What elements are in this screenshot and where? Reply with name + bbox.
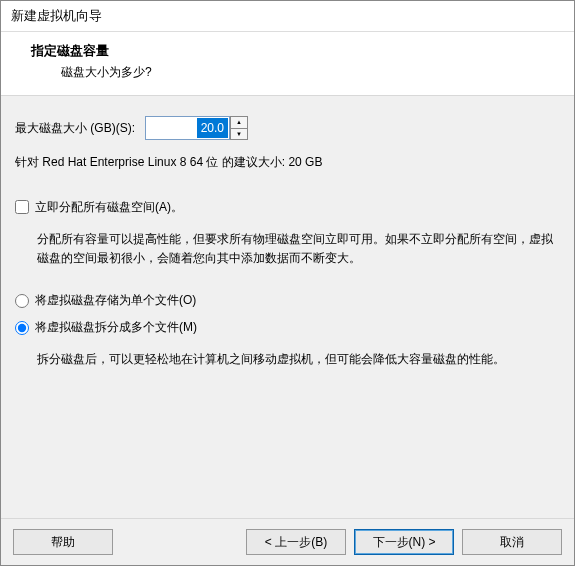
spinner-buttons: ▲ ▼: [230, 116, 248, 140]
split-file-label[interactable]: 将虚拟磁盘拆分成多个文件(M): [35, 319, 197, 336]
wizard-dialog: 新建虚拟机向导 指定磁盘容量 磁盘大小为多少? 最大磁盘大小 (GB)(S): …: [0, 0, 575, 566]
disk-size-spinner[interactable]: 20.0 ▲ ▼: [145, 116, 248, 140]
dialog-footer: 帮助 < 上一步(B) 下一步(N) > 取消: [1, 518, 574, 565]
spinner-down-button[interactable]: ▼: [230, 128, 248, 141]
dialog-content: 最大磁盘大小 (GB)(S): 20.0 ▲ ▼ 针对 Red Hat Ente…: [1, 96, 574, 518]
allocate-all-row: 立即分配所有磁盘空间(A)。: [15, 199, 560, 216]
recommended-size-text: 针对 Red Hat Enterprise Linux 8 64 位 的建议大小…: [15, 154, 560, 171]
allocate-all-description: 分配所有容量可以提高性能，但要求所有物理磁盘空间立即可用。如果不立即分配所有空间…: [37, 230, 560, 268]
disk-size-row: 最大磁盘大小 (GB)(S): 20.0 ▲ ▼: [15, 116, 560, 140]
disk-size-input[interactable]: 20.0: [145, 116, 230, 140]
titlebar: 新建虚拟机向导: [1, 1, 574, 32]
single-file-label[interactable]: 将虚拟磁盘存储为单个文件(O): [35, 292, 196, 309]
next-button[interactable]: 下一步(N) >: [354, 529, 454, 555]
window-title: 新建虚拟机向导: [11, 8, 102, 23]
storage-radio-group: 将虚拟磁盘存储为单个文件(O) 将虚拟磁盘拆分成多个文件(M) 拆分磁盘后，可以…: [15, 292, 560, 369]
back-button[interactable]: < 上一步(B): [246, 529, 346, 555]
split-file-row: 将虚拟磁盘拆分成多个文件(M): [15, 319, 560, 336]
allocate-all-label[interactable]: 立即分配所有磁盘空间(A)。: [35, 199, 183, 216]
dialog-header: 指定磁盘容量 磁盘大小为多少?: [1, 32, 574, 96]
split-file-description: 拆分磁盘后，可以更轻松地在计算机之间移动虚拟机，但可能会降低大容量磁盘的性能。: [37, 350, 560, 369]
page-title: 指定磁盘容量: [31, 42, 554, 60]
allocate-all-checkbox[interactable]: [15, 200, 29, 214]
single-file-radio[interactable]: [15, 294, 29, 308]
spinner-up-button[interactable]: ▲: [230, 116, 248, 128]
single-file-row: 将虚拟磁盘存储为单个文件(O): [15, 292, 560, 309]
help-button[interactable]: 帮助: [13, 529, 113, 555]
split-file-radio[interactable]: [15, 321, 29, 335]
cancel-button[interactable]: 取消: [462, 529, 562, 555]
page-subtitle: 磁盘大小为多少?: [61, 64, 554, 81]
disk-size-label: 最大磁盘大小 (GB)(S):: [15, 120, 135, 137]
disk-size-value: 20.0: [197, 118, 228, 138]
